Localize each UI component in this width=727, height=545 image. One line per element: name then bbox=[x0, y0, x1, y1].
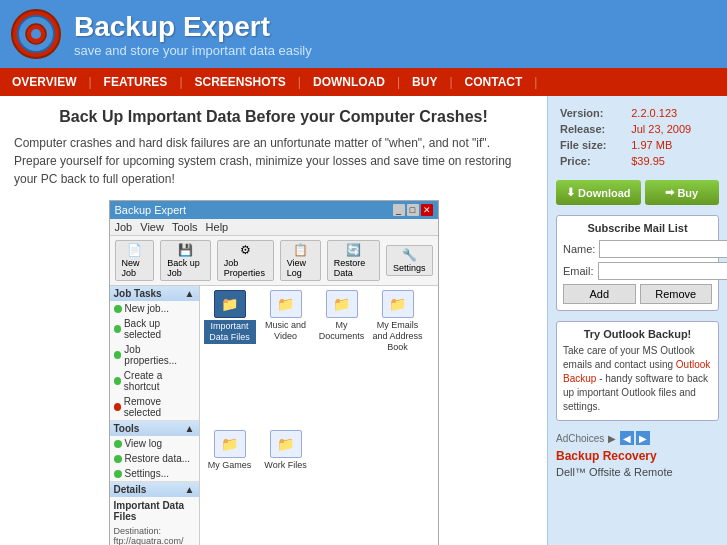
nav-overview[interactable]: OVERVIEW bbox=[0, 68, 88, 96]
remove-button[interactable]: Remove bbox=[640, 284, 713, 304]
outlook-box: Try Outlook Backup! Take care of your MS… bbox=[556, 321, 719, 421]
ad-prev-btn[interactable]: ◀ bbox=[620, 431, 634, 445]
file-icon-music: 📁 bbox=[270, 290, 302, 318]
nav-buy[interactable]: BUY bbox=[400, 68, 449, 96]
toolbar-backup-job-label: Back up Job bbox=[167, 258, 204, 278]
tools-title: Tools ▲ bbox=[110, 421, 199, 436]
email-label: Email: bbox=[563, 265, 594, 277]
restore-icon: 🔄 bbox=[346, 243, 361, 257]
file-important-data[interactable]: 📁 Important Data Files bbox=[204, 290, 256, 426]
new-job-dot bbox=[114, 305, 122, 313]
adchoices-icon: ▶ bbox=[608, 433, 616, 444]
window-close-btn[interactable]: ✕ bbox=[421, 204, 433, 216]
sidebar-job-properties[interactable]: Job properties... bbox=[110, 342, 199, 368]
toolbar-new-job-label: New Job bbox=[122, 258, 148, 278]
add-button[interactable]: Add bbox=[563, 284, 636, 304]
nav-features[interactable]: FEATURES bbox=[92, 68, 180, 96]
backup-recovery-sub: Dell™ Offsite & Remote bbox=[556, 466, 673, 478]
toolbar-new-job[interactable]: 📄 New Job bbox=[115, 240, 155, 281]
backup-job-icon: 💾 bbox=[178, 243, 193, 257]
menu-job[interactable]: Job bbox=[115, 221, 133, 233]
toolbar-backup-job[interactable]: 💾 Back up Job bbox=[160, 240, 211, 281]
release-label: Release: bbox=[558, 122, 627, 136]
nav-contact[interactable]: CONTACT bbox=[453, 68, 535, 96]
file-label-games: My Games bbox=[208, 460, 252, 471]
toolbar-restore[interactable]: 🔄 Restore Data bbox=[327, 240, 380, 281]
sidebar-jobtasks: Job Tasks ▲ New job... Back up selected bbox=[110, 286, 199, 421]
header: Backup Expert save and store your import… bbox=[0, 0, 727, 68]
buy-button[interactable]: ➡ Buy bbox=[645, 180, 719, 205]
app-title: Backup Expert bbox=[74, 11, 312, 43]
email-input[interactable] bbox=[598, 262, 727, 280]
file-emails[interactable]: 📁 My Emails and Address Book bbox=[372, 290, 424, 426]
screenshot-files: 📁 Important Data Files 📁 Music and Video… bbox=[200, 286, 438, 545]
window-buttons: _ □ ✕ bbox=[393, 204, 433, 216]
menu-view[interactable]: View bbox=[140, 221, 164, 233]
version-value: 2.2.0.123 bbox=[629, 106, 717, 120]
backup-selected-dot bbox=[114, 325, 121, 333]
file-label-docs: My Documents bbox=[316, 320, 368, 342]
nav-screenshots[interactable]: SCREENSHOTS bbox=[183, 68, 298, 96]
navigation: OVERVIEW | FEATURES | SCREENSHOTS | DOWN… bbox=[0, 68, 727, 96]
screenshot-window-title: Backup Expert bbox=[115, 204, 187, 216]
file-music-video[interactable]: 📁 Music and Video bbox=[260, 290, 312, 426]
toolbar-restore-label: Restore Data bbox=[334, 258, 373, 278]
toolbar-job-props[interactable]: ⚙ Job Properties bbox=[217, 240, 274, 281]
window-minimize-btn[interactable]: _ bbox=[393, 204, 405, 216]
page-description: Computer crashes and hard disk failures … bbox=[14, 134, 533, 188]
file-icon-docs: 📁 bbox=[326, 290, 358, 318]
detail-name: Important Data Files bbox=[110, 497, 199, 525]
sidebar-tools: Tools ▲ View log Restore data... bbox=[110, 421, 199, 482]
download-label: Download bbox=[578, 187, 631, 199]
sidebar-view-log[interactable]: View log bbox=[110, 436, 199, 451]
name-row: Name: bbox=[563, 240, 712, 258]
sidebar-restore-data[interactable]: Restore data... bbox=[110, 451, 199, 466]
toolbar-settings[interactable]: 🔧 Settings bbox=[386, 245, 433, 276]
remove-selected-dot bbox=[114, 403, 121, 411]
sidebar-new-job[interactable]: New job... bbox=[110, 301, 199, 316]
sidebar-backup-selected[interactable]: Back up selected bbox=[110, 316, 199, 342]
download-button[interactable]: ⬇ Download bbox=[556, 180, 641, 205]
toolbar-settings-label: Settings bbox=[393, 263, 426, 273]
name-input[interactable] bbox=[599, 240, 727, 258]
adchoices-bar: AdChoices ▶ ◀ ▶ bbox=[556, 431, 719, 445]
settings-icon: 🔧 bbox=[402, 248, 417, 262]
sidebar-details: Details ▲ Important Data Files Destinati… bbox=[110, 482, 199, 545]
restore-data-dot bbox=[114, 455, 122, 463]
view-log-icon: 📋 bbox=[293, 243, 308, 257]
right-sidebar: Version: 2.2.0.123 Release: Jul 23, 2009… bbox=[547, 96, 727, 545]
toolbar-view-log[interactable]: 📋 View Log bbox=[280, 240, 321, 281]
sidebar-settings[interactable]: Settings... bbox=[110, 466, 199, 481]
file-games[interactable]: 📁 My Games bbox=[204, 430, 256, 544]
create-shortcut-dot bbox=[114, 377, 121, 385]
main-layout: Back Up Important Data Before your Compu… bbox=[0, 96, 727, 545]
new-job-icon: 📄 bbox=[127, 243, 142, 257]
menu-tools[interactable]: Tools bbox=[172, 221, 198, 233]
screenshot-menubar: Job View Tools Help bbox=[110, 219, 438, 236]
job-properties-dot bbox=[114, 351, 122, 359]
ad-navigation: ◀ ▶ bbox=[620, 431, 650, 445]
settings-dot bbox=[114, 470, 122, 478]
download-arrow-icon: ⬇ bbox=[566, 186, 575, 199]
menu-help[interactable]: Help bbox=[206, 221, 229, 233]
screenshot-toolbar: 📄 New Job 💾 Back up Job ⚙ Job Properties… bbox=[110, 236, 438, 286]
svg-point-3 bbox=[31, 29, 41, 39]
version-info-table: Version: 2.2.0.123 Release: Jul 23, 2009… bbox=[556, 104, 719, 170]
file-icon-games: 📁 bbox=[214, 430, 246, 458]
outlook-title: Try Outlook Backup! bbox=[563, 328, 712, 340]
nav-download[interactable]: DOWNLOAD bbox=[301, 68, 397, 96]
window-maximize-btn[interactable]: □ bbox=[407, 204, 419, 216]
price-value: $39.95 bbox=[629, 154, 717, 168]
screenshot-titlebar: Backup Expert _ □ ✕ bbox=[110, 201, 438, 219]
sidebar-remove-selected[interactable]: Remove selected bbox=[110, 394, 199, 420]
sidebar-create-shortcut[interactable]: Create a shortcut bbox=[110, 368, 199, 394]
name-label: Name: bbox=[563, 243, 595, 255]
backup-recovery-link[interactable]: Backup Recovery bbox=[556, 449, 719, 463]
file-work[interactable]: 📁 Work Files bbox=[260, 430, 312, 544]
filesize-row: File size: 1.97 MB bbox=[558, 138, 717, 152]
file-my-documents[interactable]: 📁 My Documents bbox=[316, 290, 368, 426]
screenshot-body: Job Tasks ▲ New job... Back up selected bbox=[110, 286, 438, 545]
ad-next-btn[interactable]: ▶ bbox=[636, 431, 650, 445]
filesize-value: 1.97 MB bbox=[629, 138, 717, 152]
version-row: Version: 2.2.0.123 bbox=[558, 106, 717, 120]
